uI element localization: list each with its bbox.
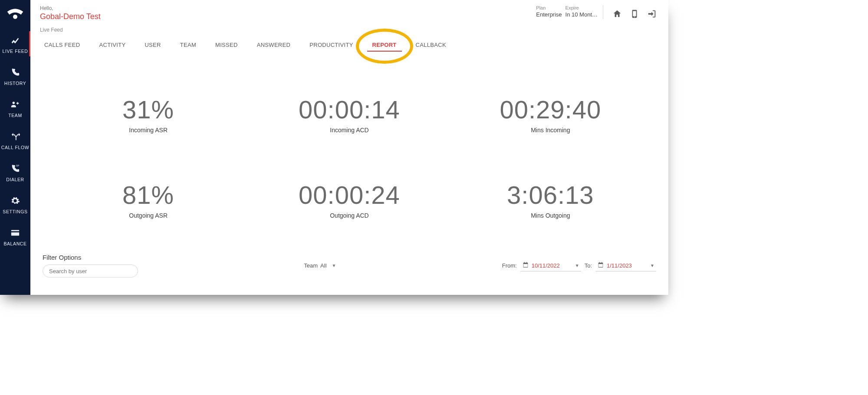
phone-icon	[10, 68, 20, 77]
team-select[interactable]: Team All ▼	[304, 262, 336, 269]
divider	[603, 5, 603, 19]
sidebar-item-label: CALL FLOW	[1, 145, 30, 150]
stat-value: 31%	[122, 95, 174, 124]
top-header: Hello, Gobal-Demo Test Plan Enterprise E…	[30, 0, 668, 24]
stat-value: 00:00:24	[299, 180, 400, 209]
search-input[interactable]	[49, 268, 132, 274]
sidebar-item-dialer[interactable]: SIP DIALER	[0, 156, 30, 188]
plan-label: Plan	[536, 5, 546, 10]
main-panel: Hello, Gobal-Demo Test Plan Enterprise E…	[30, 0, 668, 295]
stat-value: 81%	[122, 180, 174, 209]
from-label: From:	[502, 262, 517, 269]
sidebar-item-label: BALANCE	[3, 241, 26, 246]
to-date-input[interactable]: 1/11/2023 ▼	[595, 260, 656, 271]
sidebar-item-label: LIVE FEED	[2, 49, 28, 54]
tab-calls-feed[interactable]: CALLS FEED	[43, 38, 81, 54]
logout-icon	[647, 9, 657, 19]
team-label: Team	[304, 262, 318, 269]
stat-value: 00:29:40	[500, 95, 601, 124]
calendar-icon	[597, 261, 604, 270]
stat-value: 3:06:13	[507, 180, 594, 209]
team-add-icon	[10, 100, 20, 109]
svg-point-0	[13, 15, 17, 19]
expire-col: Expire In 10 Mont…	[566, 5, 598, 18]
stat-mins-outgoing: 3:06:13 Mins Outgoing	[450, 157, 651, 242]
stat-label: Mins Outgoing	[531, 212, 570, 219]
account-name: Gobal-Demo Test	[40, 12, 101, 21]
from-date-input[interactable]: 10/11/2022 ▼	[520, 260, 581, 271]
logout-button[interactable]	[643, 5, 661, 23]
split-icon	[10, 132, 20, 141]
stats-grid: 31% Incoming ASR 00:00:14 Incoming ACD 0…	[30, 54, 668, 247]
breadcrumb: Live Feed	[30, 24, 668, 33]
tab-user[interactable]: USER	[144, 38, 161, 54]
tab-answered[interactable]: ANSWERED	[256, 38, 292, 54]
plan-value: Enterprise	[536, 11, 562, 18]
stat-outgoing-asr: 81% Outgoing ASR	[48, 157, 249, 242]
sidebar-item-balance[interactable]: BALANCE	[0, 220, 30, 252]
stat-label: Mins Incoming	[531, 127, 570, 134]
stat-incoming-asr: 31% Incoming ASR	[48, 72, 249, 157]
chevron-down-icon: ▼	[575, 263, 579, 268]
filter-title: Filter Options	[43, 254, 138, 261]
gear-icon	[10, 196, 20, 206]
calendar-icon	[522, 261, 529, 270]
greeting-block: Hello, Gobal-Demo Test	[40, 5, 101, 21]
stat-label: Incoming ASR	[129, 127, 168, 134]
tab-callback[interactable]: CALLBACK	[415, 38, 447, 54]
plan-col: Plan Enterprise	[536, 5, 562, 18]
plan-expire-block: Plan Enterprise Expire In 10 Mont…	[536, 5, 598, 18]
tab-bar: CALLS FEED ACTIVITY USER TEAM MISSED ANS…	[30, 33, 668, 54]
tab-productivity[interactable]: PRODUCTIVITY	[309, 38, 354, 54]
to-label: To:	[585, 262, 592, 269]
stat-outgoing-acd: 00:00:24 Outgoing ACD	[249, 157, 450, 242]
tab-missed[interactable]: MISSED	[214, 38, 239, 54]
svg-text:SIP: SIP	[16, 165, 19, 167]
tab-report[interactable]: REPORT	[372, 38, 398, 54]
from-date-value: 10/11/2022	[532, 262, 572, 269]
sip-phone-icon: SIP	[10, 164, 20, 173]
stat-mins-incoming: 00:29:40 Mins Incoming	[450, 72, 651, 157]
trend-icon	[10, 36, 20, 45]
logo	[0, 0, 30, 28]
filter-row: Filter Options Team All ▼ From: 10/11/20…	[30, 247, 668, 295]
sidebar-item-label: SETTINGS	[3, 209, 27, 214]
tab-activity[interactable]: ACTIVITY	[98, 38, 126, 54]
sidebar: LIVE FEED HISTORY TEAM CALL FLOW SIP DIA…	[0, 0, 30, 295]
greeting-text: Hello,	[40, 5, 101, 11]
sidebar-item-history[interactable]: HISTORY	[0, 60, 30, 92]
date-range: From: 10/11/2022 ▼ To: 1/11/2023 ▼	[502, 260, 656, 271]
card-icon	[10, 228, 20, 238]
sidebar-item-settings[interactable]: SETTINGS	[0, 188, 30, 220]
stat-label: Incoming ACD	[330, 127, 368, 134]
search-user-field[interactable]	[43, 264, 138, 277]
sidebar-item-label: TEAM	[8, 113, 22, 118]
stat-label: Outgoing ASR	[129, 212, 168, 219]
stat-incoming-acd: 00:00:14 Incoming ACD	[249, 72, 450, 157]
team-value: All	[320, 262, 326, 269]
phone-logo-icon	[7, 8, 24, 20]
sidebar-item-label: DIALER	[6, 177, 24, 182]
chevron-down-icon: ▼	[650, 263, 654, 268]
home-icon	[612, 9, 622, 19]
sidebar-item-label: HISTORY	[4, 81, 26, 86]
mobile-icon	[630, 9, 639, 19]
stat-value: 00:00:14	[299, 95, 400, 124]
stat-label: Outgoing ACD	[330, 212, 369, 219]
sidebar-item-team[interactable]: TEAM	[0, 92, 30, 124]
home-button[interactable]	[608, 5, 626, 23]
filter-left: Filter Options	[43, 254, 138, 277]
mobile-button[interactable]	[626, 5, 643, 23]
sidebar-item-call-flow[interactable]: CALL FLOW	[0, 124, 30, 156]
to-date-value: 1/11/2023	[607, 262, 648, 269]
chevron-down-icon: ▼	[332, 263, 336, 268]
tab-team[interactable]: TEAM	[179, 38, 197, 54]
sidebar-item-live-feed[interactable]: LIVE FEED	[0, 28, 30, 60]
app-window: LIVE FEED HISTORY TEAM CALL FLOW SIP DIA…	[0, 0, 668, 295]
expire-value: In 10 Mont…	[566, 11, 598, 18]
expire-label: Expire	[566, 5, 579, 10]
